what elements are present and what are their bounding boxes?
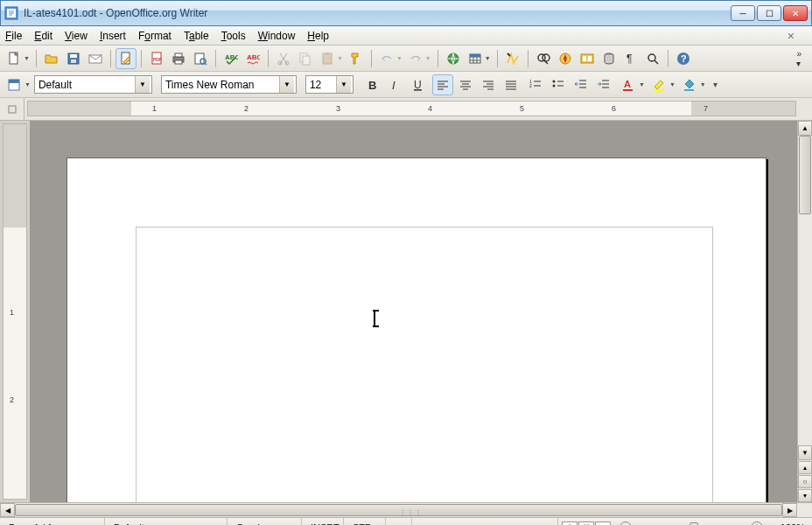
show-draw-button[interactable]	[502, 48, 523, 69]
email-button[interactable]	[85, 48, 106, 69]
zoom-knob[interactable]	[690, 522, 698, 526]
paste-dropdown-icon[interactable]: ▼	[337, 55, 343, 61]
increase-indent-button[interactable]	[593, 74, 614, 95]
view-single-page-button[interactable]: ▯	[562, 522, 578, 526]
menu-tools[interactable]: Tools	[221, 30, 246, 42]
align-justify-button[interactable]	[500, 74, 522, 95]
print-preview-button[interactable]	[190, 48, 211, 69]
horizontal-scrollbar[interactable]: ◀ ⋮⋮⋮ ▶	[0, 502, 812, 517]
menu-help[interactable]: Help	[307, 30, 329, 42]
minimize-button[interactable]: ─	[731, 5, 755, 21]
help-button[interactable]: ?	[673, 48, 694, 69]
page[interactable]	[66, 158, 766, 502]
toolbar-overflow-button[interactable]: »▾	[796, 49, 808, 68]
menu-window[interactable]: Window	[258, 30, 296, 42]
underline-button[interactable]: U	[408, 74, 429, 95]
zoom-button[interactable]	[642, 48, 663, 69]
auto-spellcheck-button[interactable]: ABC	[242, 48, 263, 69]
open-button[interactable]	[41, 48, 62, 69]
new-dropdown-icon[interactable]: ▼	[24, 55, 30, 61]
print-button[interactable]	[168, 48, 189, 69]
maximize-button[interactable]: ☐	[757, 5, 781, 21]
font-name-combo[interactable]: ▼	[161, 75, 297, 94]
styles-dropdown-icon[interactable]: ▼	[24, 81, 31, 88]
table-dropdown-icon[interactable]: ▼	[485, 55, 491, 61]
hyperlink-button[interactable]	[443, 48, 464, 69]
format-paintbrush-button[interactable]	[346, 48, 367, 69]
undo-dropdown-icon[interactable]: ▼	[396, 55, 402, 61]
menu-table[interactable]: Table	[184, 30, 209, 42]
undo-button[interactable]	[376, 48, 397, 69]
paste-button[interactable]	[317, 48, 338, 69]
vertical-scrollbar[interactable]: ▲ ▼ ▴ ○ ▾	[797, 121, 812, 502]
save-button[interactable]	[63, 48, 84, 69]
redo-button[interactable]	[405, 48, 426, 69]
horizontal-ruler[interactable]: 1 2 3 4 5 6 7	[27, 101, 796, 116]
numbered-list-button[interactable]: 12	[525, 74, 546, 95]
font-size-combo[interactable]: ▼	[305, 75, 354, 94]
vscroll-track[interactable]	[798, 136, 812, 445]
bold-button[interactable]: B	[362, 74, 383, 95]
doc-close-button[interactable]: ×	[788, 29, 794, 43]
scroll-right-button[interactable]: ▶	[782, 503, 797, 517]
zoom-value[interactable]: 100%	[768, 518, 812, 525]
nav-button[interactable]: ○	[798, 475, 812, 488]
paragraph-style-combo[interactable]: ▼	[34, 75, 152, 94]
redo-dropdown-icon[interactable]: ▼	[425, 55, 431, 61]
copy-button[interactable]	[295, 48, 316, 69]
new-button[interactable]	[4, 48, 24, 69]
scroll-left-button[interactable]: ◀	[0, 503, 15, 517]
navigator-button[interactable]	[555, 48, 576, 69]
scroll-up-button[interactable]: ▲	[798, 121, 812, 136]
scroll-down-button[interactable]: ▼	[798, 445, 812, 460]
fmt-overflow-button[interactable]: ▾	[713, 80, 718, 89]
hscroll-thumb[interactable]: ⋮⋮⋮	[15, 504, 782, 516]
align-center-button[interactable]	[455, 74, 476, 95]
edit-file-button[interactable]	[116, 48, 136, 69]
cut-button[interactable]	[273, 48, 294, 69]
view-multi-page-button[interactable]: ▯▯	[578, 522, 594, 526]
paragraph-style-drop-icon[interactable]: ▼	[135, 76, 150, 93]
export-pdf-button[interactable]: PDF	[146, 48, 167, 69]
menu-insert[interactable]: Insert	[100, 30, 126, 42]
align-left-button[interactable]	[432, 74, 453, 95]
vertical-ruler[interactable]: 1 2	[3, 123, 27, 500]
status-page[interactable]: Page 1 / 1	[0, 518, 105, 525]
background-dropdown-icon[interactable]: ▼	[700, 81, 706, 88]
nonprinting-button[interactable]: ¶	[620, 48, 641, 69]
menu-edit[interactable]: Edit	[34, 30, 52, 42]
align-right-button[interactable]	[478, 74, 499, 95]
spellcheck-button[interactable]: ABC	[220, 48, 242, 69]
font-name-input[interactable]	[162, 76, 279, 93]
vscroll-thumb[interactable]	[799, 136, 811, 214]
paragraph-style-input[interactable]	[35, 76, 135, 93]
status-selection-mode[interactable]: STD	[344, 518, 386, 525]
close-button[interactable]: ✕	[783, 5, 808, 21]
datasources-button[interactable]	[598, 48, 620, 69]
font-size-drop-icon[interactable]: ▼	[336, 76, 351, 93]
font-color-dropdown-icon[interactable]: ▼	[639, 81, 645, 88]
status-style[interactable]: Default	[105, 518, 228, 525]
highlight-dropdown-icon[interactable]: ▼	[669, 81, 676, 88]
italic-button[interactable]: I	[385, 74, 406, 95]
menu-view[interactable]: View	[65, 30, 88, 42]
font-name-drop-icon[interactable]: ▼	[279, 76, 294, 93]
zoom-out-button[interactable]: −	[620, 522, 632, 526]
highlight-button[interactable]	[648, 74, 669, 95]
bullet-list-button[interactable]	[548, 74, 569, 95]
status-language[interactable]: Greek	[228, 518, 302, 525]
table-button[interactable]	[465, 48, 486, 69]
gallery-button[interactable]	[577, 48, 598, 69]
find-button[interactable]	[533, 48, 554, 69]
font-color-button[interactable]: A	[618, 74, 639, 95]
next-page-button[interactable]: ▾	[798, 489, 812, 502]
status-signature[interactable]	[386, 518, 412, 525]
zoom-in-button[interactable]: +	[751, 522, 763, 526]
menu-file[interactable]: File	[5, 30, 22, 42]
background-color-button[interactable]	[679, 74, 700, 95]
status-insert-mode[interactable]: INSRT	[302, 518, 344, 525]
prev-page-button[interactable]: ▴	[798, 461, 812, 474]
decrease-indent-button[interactable]	[570, 74, 592, 95]
menu-format[interactable]: Format	[138, 30, 172, 42]
styles-button[interactable]	[4, 74, 24, 95]
